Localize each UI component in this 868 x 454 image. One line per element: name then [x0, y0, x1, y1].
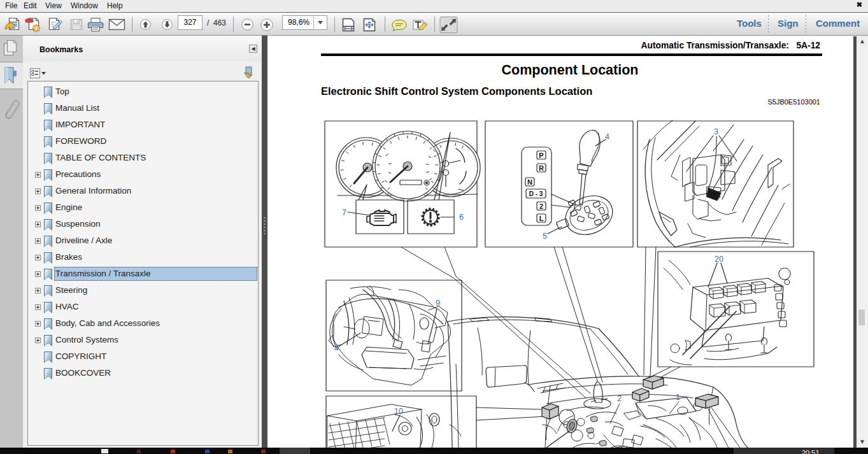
svg-text:2: 2	[617, 394, 622, 403]
svg-text:7: 7	[342, 208, 346, 217]
svg-text:L: L	[539, 215, 544, 222]
svg-text:6: 6	[459, 213, 464, 222]
svg-text:2: 2	[539, 202, 543, 210]
svg-text:5: 5	[543, 232, 547, 241]
svg-text:P: P	[539, 152, 543, 159]
svg-text:Component Location: Component Location	[502, 62, 639, 78]
svg-text:4: 4	[605, 132, 609, 141]
svg-text:S5JB0E5103001: S5JB0E5103001	[767, 98, 820, 106]
svg-text:N: N	[527, 178, 532, 186]
svg-text:R: R	[539, 164, 544, 172]
svg-text:3: 3	[714, 127, 718, 136]
svg-text:Electronic Shift Control Syste: Electronic Shift Control System Componen…	[321, 85, 592, 97]
svg-text:10: 10	[394, 407, 403, 416]
svg-text:Automatic Transmission/Transax: Automatic Transmission/Transaxle: 5A-12	[641, 41, 821, 50]
svg-text:9: 9	[436, 299, 440, 308]
svg-text:D - 3: D - 3	[529, 190, 543, 197]
svg-text:20: 20	[715, 255, 723, 264]
svg-text:1: 1	[676, 393, 680, 402]
svg-text:8: 8	[334, 343, 339, 352]
